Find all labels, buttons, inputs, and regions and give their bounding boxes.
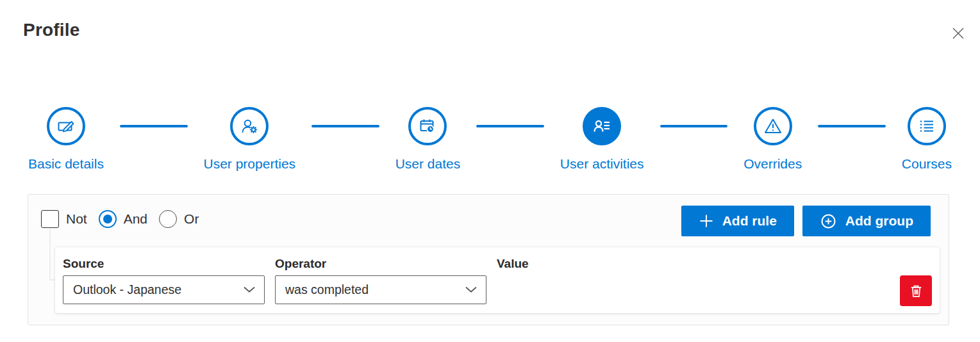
or-label: Or [184,211,199,227]
step-label: Courses [902,156,952,172]
rule-row: Source Operator Value Outlook - Japanese… [55,247,940,313]
step-user-dates[interactable]: User dates [395,107,461,172]
stepper-connector [818,125,886,127]
chevron-down-icon [243,286,256,293]
step-circle [47,107,85,145]
plus-icon [699,213,714,229]
circle-plus-icon [820,213,837,230]
step-label: Basic details [28,156,104,172]
and-label: And [124,211,147,227]
bulleted-list-icon [917,116,937,136]
stepper-connector [476,125,544,127]
close-button[interactable] [948,23,968,44]
wizard-stepper: Basic details User properties [0,107,980,172]
step-user-properties[interactable]: User properties [204,107,296,172]
operator-selected-value: was completed [285,282,369,297]
add-group-button[interactable]: Add group [802,206,931,236]
stepper-connector [660,125,728,127]
warning-triangle-icon [763,116,783,136]
step-label: Overrides [743,156,802,172]
logic-operator-row: Not And Or [41,210,204,228]
stepper-connector [120,125,188,127]
calendar-clock-icon [417,116,438,136]
not-checkbox[interactable] [41,210,59,228]
step-circle [908,107,946,145]
edit-icon [56,116,76,136]
add-rule-button[interactable]: Add rule [681,206,794,236]
rule-builder-panel: Not And Or Add rule Add group Source Ope… [28,194,949,325]
source-dropdown[interactable]: Outlook - Japanese [63,275,265,304]
step-label: User dates [395,156,461,172]
step-label: User activities [560,156,644,172]
add-group-label: Add group [845,213,913,229]
source-label: Source [63,257,265,271]
and-radio[interactable] [99,210,117,228]
step-label: User properties [204,156,296,172]
or-radio[interactable] [159,210,177,228]
value-field-empty [497,275,890,306]
stepper-connector [311,125,379,127]
step-circle [408,107,447,145]
chevron-down-icon [465,286,478,293]
page-title: Profile [23,20,80,40]
step-courses[interactable]: Courses [902,107,952,172]
add-rule-label: Add rule [722,213,777,229]
step-circle [754,107,792,145]
user-settings-icon [239,116,260,136]
user-activities-icon [592,116,612,136]
step-circle [230,107,269,145]
operator-dropdown[interactable]: was completed [275,275,486,304]
value-label: Value [497,257,890,271]
step-circle [583,107,621,145]
step-basic-details[interactable]: Basic details [28,107,104,172]
step-user-activities[interactable]: User activities [560,107,644,172]
panel-actions: Add rule Add group [681,206,931,236]
not-label: Not [66,211,87,227]
source-selected-value: Outlook - Japanese [73,282,181,297]
operator-label: Operator [275,257,486,271]
close-icon [950,25,967,42]
delete-rule-button[interactable] [900,275,932,306]
trash-icon [908,283,924,299]
step-overrides[interactable]: Overrides [743,107,802,172]
